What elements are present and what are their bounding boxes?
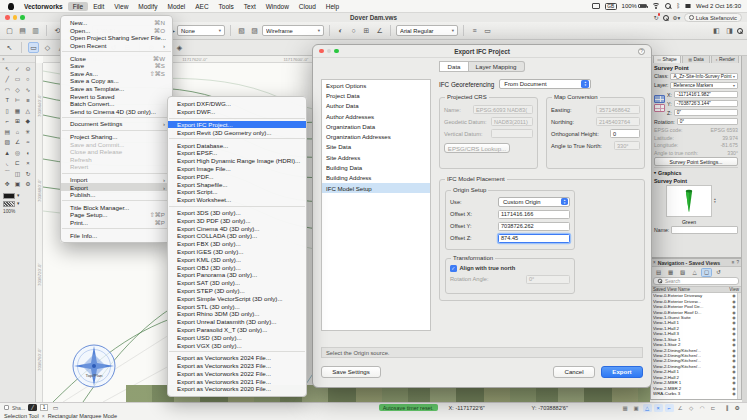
zoom-tool-icon[interactable]: ◐ [335, 25, 346, 36]
menu-bar-item[interactable]: Edit [88, 2, 109, 11]
selection-tool[interactable]: ↖ [2, 64, 12, 73]
grid-reference-icon[interactable] [654, 104, 665, 112]
panel-menu-icon[interactable]: ≡ [732, 260, 735, 265]
file-menu-item[interactable]: Import › [61, 176, 172, 184]
palette-toggle-right-icon[interactable]: ◨ [724, 25, 735, 36]
disclosure-chevron-icon[interactable]: ▾ [654, 170, 656, 175]
file-menu-item[interactable]: New... ⌘N [61, 19, 172, 27]
export-submenu-item[interactable]: Export DXF/DWG... [168, 100, 306, 108]
file-menu-item[interactable]: Revert to Saved [61, 92, 172, 100]
saved-view-row[interactable]: View-2-Dining/Kitchen/... ◉ [651, 353, 741, 358]
save-settings-button[interactable]: Save Settings [321, 366, 381, 378]
snap-icon[interactable]: ◇ [687, 404, 696, 412]
freehand-tool[interactable]: ∿ [23, 85, 33, 94]
file-menu-item[interactable]: Batch Convert... [61, 100, 172, 108]
export-submenu-item[interactable]: Export Script... [168, 188, 306, 196]
line-tool[interactable]: ╱ [2, 75, 12, 84]
saved-view-row[interactable]: View-2-Dining/Kitchen/... ◉ [651, 347, 741, 352]
visibility-eye-icon[interactable]: ◉ [729, 375, 739, 380]
menu-bar-item[interactable]: Modify [133, 2, 162, 11]
visibility-eye-icon[interactable]: ◉ [729, 386, 739, 391]
user-account-chip[interactable]: Luka Stefanovic [684, 13, 742, 22]
dialog-tab[interactable]: Data [439, 61, 468, 72]
menu-bar-item[interactable]: Cloud [294, 2, 321, 11]
file-menu-item[interactable]: Title Block Manager... [61, 203, 172, 211]
name-field[interactable] [671, 226, 738, 234]
menu-bar-item[interactable]: View [109, 2, 133, 11]
pane-list-item[interactable]: Building Data [322, 162, 430, 172]
coordinate-mode-icon[interactable] [654, 95, 665, 103]
pane-list-item[interactable]: Organization Data [322, 121, 430, 131]
export-submenu-item[interactable]: Export Rhino 3DM (3D only)... [168, 310, 306, 318]
pen-style-button[interactable]: ╱ [28, 404, 37, 411]
help-icon[interactable]: ? [638, 48, 645, 55]
rotate-view-icon[interactable]: ∠ [374, 25, 385, 36]
file-menu-item[interactable]: Project Sharing... [61, 133, 172, 141]
export-submenu-item[interactable]: Export Unreal Datasmith (3D only)... [168, 318, 306, 326]
minimize-window-button[interactable] [13, 15, 18, 20]
export-submenu-item[interactable]: Export Parasolid X_T (3D only)... [168, 326, 306, 334]
attribute-tool[interactable]: ⚙ [23, 180, 33, 189]
saved-view-row[interactable]: View-1-Hall 1 ◉ [651, 320, 741, 325]
visibility-eye-icon[interactable]: ◉ [729, 293, 739, 298]
menu-bar-clock[interactable]: Wed 2 Oct 16:30 [696, 3, 741, 9]
export-submenu-item[interactable]: Export Worksheet... [168, 196, 306, 204]
saved-views-column-header[interactable]: Saved View Name View [651, 286, 741, 293]
menu-bar-item[interactable]: Help [321, 2, 344, 11]
navigation-mode-icon[interactable]: ↺ [713, 268, 724, 277]
export-submenu-item[interactable]: Export Simple VectorScript (3D only)... [168, 294, 306, 302]
pane-list-item[interactable]: IFC Model Setup [322, 183, 430, 193]
font-dropdown[interactable]: Arial Regular▾ [396, 25, 458, 36]
visibility-eye-icon[interactable]: ◉ [729, 391, 739, 396]
battery-indicator[interactable]: 100% [622, 3, 648, 9]
visibility-eye-icon[interactable]: ◉ [729, 353, 739, 358]
export-submenu-item[interactable]: Export USD (3D only)... [168, 333, 306, 341]
settings-gear-icon[interactable]: ⚙▾ [673, 15, 681, 21]
text-style-icon[interactable]: ≡ [469, 25, 480, 36]
selection-tool-icon[interactable]: ↖ [4, 42, 15, 53]
marquee-mode-icon[interactable]: ▭ [28, 42, 39, 53]
visibility-eye-icon[interactable]: ◉ [729, 331, 739, 336]
layer-dropdown[interactable]: Reference Markers▾ [670, 82, 738, 90]
export-submenu-item[interactable]: Export DWF... [168, 108, 306, 116]
visibility-eye-icon[interactable]: ◉ [729, 348, 739, 353]
wifi-icon[interactable] [652, 3, 660, 9]
y-coordinate-field[interactable]: -7038726'3.144" [674, 100, 738, 108]
export-submenu-item[interactable]: Export as Vectorworks 2022 File... [168, 370, 306, 378]
display-icon[interactable] [592, 3, 600, 9]
export-submenu-item[interactable]: Export IFC Project... [168, 121, 306, 129]
export-submenu-item[interactable]: Export PDF... [168, 172, 306, 180]
toolbar-search-icon[interactable] [737, 28, 743, 34]
hardscape-tool[interactable]: ▨ [2, 138, 12, 147]
file-menu-item[interactable]: Document Settings › [61, 120, 172, 128]
close-palette-icon[interactable]: × [2, 57, 5, 62]
symbol-tool[interactable]: ◆ [23, 117, 33, 126]
wall-tool[interactable]: ≡ [23, 96, 33, 105]
file-menu-item[interactable]: Open Project Sharing Server File... [61, 34, 172, 42]
export-submenu-item[interactable]: Export KML (3D only)... [168, 255, 306, 263]
chevron-down-icon[interactable]: ▾ [17, 201, 19, 206]
survey-point-settings-button[interactable]: Survey Point Settings... [654, 157, 738, 166]
navigation-mode-icon[interactable]: ▧ [677, 268, 688, 277]
dialog-tab[interactable]: Layer Mapping [469, 61, 525, 72]
visibility-eye-icon[interactable]: ◉ [729, 364, 739, 369]
saved-view-row[interactable]: View-1-Hall 2 ◉ [651, 326, 741, 331]
door-tool[interactable]: ⌐ [2, 117, 12, 126]
mirror-tool[interactable]: ◫ [12, 169, 22, 178]
export-submenu-item[interactable]: Export High Dynamic Range Image (HDRI)..… [168, 157, 306, 165]
cancel-button[interactable]: Cancel [553, 366, 595, 378]
close-window-button[interactable] [5, 15, 10, 20]
circle-tool[interactable]: ○ [23, 75, 33, 84]
export-submenu-item[interactable]: Export SAT (3D only)... [168, 279, 306, 287]
saved-view-row[interactable]: View-0-Exterior Pool De... ◉ [651, 304, 741, 309]
input-source-badge[interactable]: GB [605, 3, 617, 10]
x-coordinate-field[interactable]: -1171416'1.982" [674, 91, 738, 99]
plant-tool[interactable]: ✳ [23, 127, 33, 136]
zoom-tool[interactable]: ⊙ [23, 64, 33, 73]
georeferencing-dropdown[interactable]: From Document ▴▾ [499, 79, 591, 89]
text-tool[interactable]: T [2, 96, 12, 105]
new-document-icon[interactable]: ▢ [4, 25, 15, 36]
saved-view-row[interactable]: View-2-MBR 1 ◉ [651, 380, 741, 385]
window-tool[interactable]: ⊞ [12, 117, 22, 126]
orthogonal-height-field[interactable]: 0 [610, 129, 640, 138]
